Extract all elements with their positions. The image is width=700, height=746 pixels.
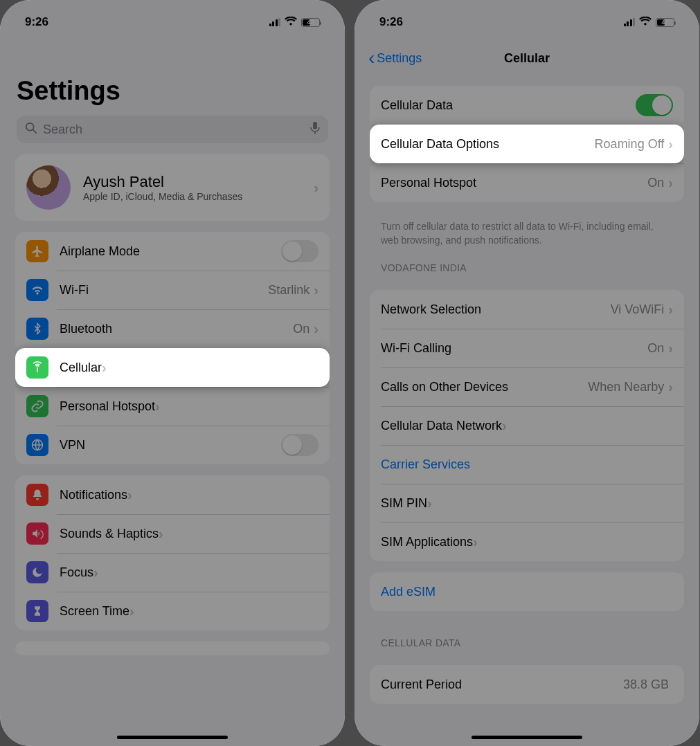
settings-row-bluetooth[interactable]: BluetoothOn› xyxy=(15,309,330,348)
current-period-row[interactable]: Current Period 38.8 GB xyxy=(370,665,684,704)
globe-icon xyxy=(26,434,48,456)
chevron-right-icon: › xyxy=(473,534,478,550)
search-placeholder: Search xyxy=(43,122,82,137)
svg-rect-2 xyxy=(313,122,317,129)
bluetooth-icon xyxy=(26,318,48,340)
profile-card[interactable]: Ayush Patel Apple ID, iCloud, Media & Pu… xyxy=(15,154,330,221)
settings-group-connectivity: Airplane ModeWi-FiStarlink›BluetoothOn›C… xyxy=(15,232,330,464)
row-label: Network Selection xyxy=(381,302,481,317)
svg-line-1 xyxy=(33,129,37,133)
carrier-header: VODAFONE INDIA xyxy=(355,247,699,279)
wifi-icon xyxy=(285,15,297,29)
row-label: Carrier Services xyxy=(381,457,470,472)
chevron-right-icon: › xyxy=(502,418,507,434)
cellular-top-group: Cellular DataCellular Data OptionsRoamin… xyxy=(370,86,684,202)
settings-row-notifications[interactable]: Notifications› xyxy=(15,475,330,514)
usage-group: Current Period 38.8 GB xyxy=(370,665,684,704)
cellular-row-calls-on-other-devices[interactable]: Calls on Other DevicesWhen Nearby› xyxy=(370,367,684,406)
cellular-row-carrier-services[interactable]: Carrier Services xyxy=(370,445,684,484)
toggle-switch[interactable] xyxy=(281,240,318,262)
settings-row-personal-hotspot[interactable]: Personal Hotspot› xyxy=(15,387,330,426)
row-label: Cellular xyxy=(60,361,102,375)
settings-row-cellular[interactable]: Cellular› xyxy=(15,348,330,387)
nav-title: Cellular xyxy=(504,51,550,66)
nav-header: ‹ Settings Cellular xyxy=(355,42,699,75)
wifi-icon xyxy=(639,15,652,29)
chevron-right-icon: › xyxy=(668,136,673,152)
row-label: Notifications xyxy=(60,488,127,502)
row-label: Wi-Fi xyxy=(60,283,89,298)
link-icon xyxy=(26,395,48,417)
settings-row-screen-time[interactable]: Screen Time› xyxy=(15,592,330,630)
settings-row-airplane-mode[interactable]: Airplane Mode xyxy=(15,232,330,271)
moon-icon xyxy=(26,561,48,583)
cellular-row-network-selection[interactable]: Network SelectionVi VoWiFi› xyxy=(370,290,684,329)
cellular-note: Turn off cellular data to restrict all d… xyxy=(355,213,699,247)
status-time: 9:26 xyxy=(25,15,48,29)
chevron-right-icon: › xyxy=(155,399,160,415)
wifi-icon xyxy=(26,279,48,301)
row-value: On xyxy=(647,341,664,356)
status-bar: 9:26 42 xyxy=(0,0,345,35)
chevron-left-icon: ‹ xyxy=(368,53,375,64)
row-label: Current Period xyxy=(381,677,462,692)
status-bar: 9:26 42 xyxy=(355,0,699,35)
usage-header: CELLULAR DATA xyxy=(355,622,699,654)
settings-row-sounds-haptics[interactable]: Sounds & Haptics› xyxy=(15,514,330,553)
cellular-row-personal-hotspot[interactable]: Personal HotspotOn› xyxy=(370,163,684,202)
svg-point-0 xyxy=(26,122,34,130)
row-value: Vi VoWiFi xyxy=(611,302,665,317)
cellular-row-wi-fi-calling[interactable]: Wi-Fi CallingOn› xyxy=(370,329,684,367)
row-value: 38.8 GB xyxy=(623,677,669,692)
settings-group-attention: Notifications›Sounds & Haptics›Focus›Scr… xyxy=(15,475,330,630)
row-label: Personal Hotspot xyxy=(60,399,155,414)
chevron-right-icon: › xyxy=(314,180,318,196)
chevron-right-icon: › xyxy=(129,603,134,619)
cellular-signal-icon xyxy=(624,18,636,26)
cellular-row-cellular-data-network[interactable]: Cellular Data Network› xyxy=(370,406,684,445)
bell-icon xyxy=(26,484,48,506)
cellular-signal-icon xyxy=(269,18,281,26)
battery-icon: 42 xyxy=(301,18,320,27)
cellular-row-cellular-data-options[interactable]: Cellular Data OptionsRoaming Off› xyxy=(370,125,684,163)
search-icon xyxy=(25,122,37,138)
cellular-screen: 9:26 42 ‹ Settings Cellular Cellular Dat… xyxy=(355,0,699,746)
chevron-right-icon: › xyxy=(93,565,98,581)
cellular-row-cellular-data[interactable]: Cellular Data xyxy=(370,86,684,125)
row-label: Cellular Data Options xyxy=(381,137,499,152)
toggle-switch[interactable] xyxy=(281,434,318,456)
cellular-row-sim-applications[interactable]: SIM Applications› xyxy=(370,522,684,561)
row-label: Screen Time xyxy=(60,604,129,619)
chevron-right-icon: › xyxy=(427,495,432,511)
cellular-row-sim-pin[interactable]: SIM PIN› xyxy=(370,484,684,522)
chevron-right-icon: › xyxy=(102,360,107,376)
battery-icon: 42 xyxy=(656,18,674,27)
settings-row-vpn[interactable]: VPN xyxy=(15,426,330,464)
settings-row-wi-fi[interactable]: Wi-FiStarlink› xyxy=(15,271,330,309)
page-title: Settings xyxy=(0,35,345,113)
row-label: SIM Applications xyxy=(381,535,473,549)
add-esim-card: Add eSIM xyxy=(370,572,684,611)
settings-row-focus[interactable]: Focus› xyxy=(15,553,330,592)
back-button[interactable]: ‹ Settings xyxy=(368,51,422,66)
row-label: Wi-Fi Calling xyxy=(381,341,451,356)
status-time: 9:26 xyxy=(379,15,403,29)
settings-group-general xyxy=(15,642,330,655)
hourglass-icon xyxy=(26,600,48,622)
add-esim-row[interactable]: Add eSIM xyxy=(370,572,684,611)
home-indicator[interactable] xyxy=(117,736,228,739)
row-label: Calls on Other Devices xyxy=(381,380,508,394)
toggle-switch[interactable] xyxy=(636,94,673,116)
row-label: Sounds & Haptics xyxy=(60,527,159,541)
settings-screen: 9:26 42 Settings Search Ayush Patel Appl… xyxy=(0,0,345,746)
row-value: When Nearby xyxy=(588,380,664,394)
chevron-right-icon: › xyxy=(159,526,163,542)
chevron-right-icon: › xyxy=(314,282,318,298)
search-input[interactable]: Search xyxy=(17,116,328,143)
row-label: Airplane Mode xyxy=(60,244,140,259)
row-value: On xyxy=(647,176,664,190)
row-value: Starlink xyxy=(268,283,309,298)
home-indicator[interactable] xyxy=(472,736,582,739)
microphone-icon[interactable] xyxy=(310,121,320,138)
add-esim-label: Add eSIM xyxy=(381,585,436,599)
